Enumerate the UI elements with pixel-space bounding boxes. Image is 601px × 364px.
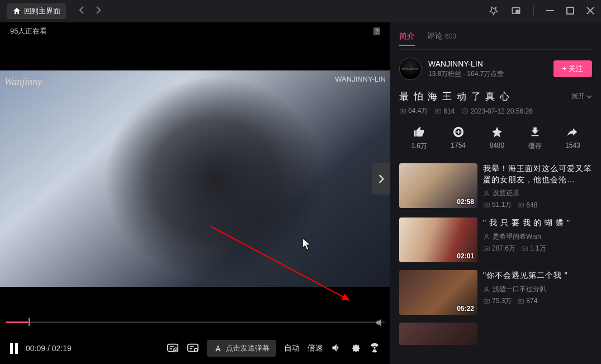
volume-icon[interactable] <box>331 342 342 355</box>
svg-rect-9 <box>436 109 441 113</box>
video-title: 最 怕 海 王 动 了 真 心 <box>399 90 510 103</box>
title-bar: 回到主界面 <box>0 0 601 22</box>
svg-rect-2 <box>546 10 554 11</box>
danmu-toggle-icon[interactable] <box>167 342 179 356</box>
sidebar-tabs: 简介 评论603 <box>399 31 592 50</box>
like-button[interactable]: 1.6万 <box>411 126 427 151</box>
cache-button[interactable]: 缓存 <box>528 126 542 151</box>
recommendation-item[interactable] <box>399 323 592 345</box>
time-display: 00:09 / 02:19 <box>26 344 72 353</box>
danmu-settings-icon[interactable] <box>187 342 199 356</box>
cursor-icon <box>302 238 313 250</box>
rec-uploader: 是希望的希Wish <box>483 232 592 242</box>
rec-stats: 51.1万 648 <box>483 200 592 210</box>
recommendation-item[interactable]: 02:58 我晕！海王面对这么可爱又笨蛋的女朋友，他也会沦… 设置还原 51.1… <box>399 163 592 210</box>
danmu-input[interactable]: 点击发送弹幕 <box>207 340 276 357</box>
svg-point-21 <box>485 287 488 289</box>
nav-back-button[interactable] <box>78 6 85 16</box>
svg-rect-17 <box>518 203 524 207</box>
uploader-stats: 13.8万粉丝 · 164.7万点赞 <box>428 69 547 79</box>
svg-point-7 <box>195 348 198 351</box>
uploader-name[interactable]: WANJINNY-LIN <box>428 59 547 68</box>
divider <box>533 6 534 16</box>
svg-point-18 <box>485 234 488 237</box>
rec-title: 我晕！海王面对这么可爱又笨蛋的女朋友，他也会沦… <box>483 163 592 185</box>
sidebar: 简介 评论603 WANJINNY WANJINNY-LIN 13.8万粉丝 ·… <box>390 22 601 364</box>
pin-icon[interactable] <box>489 6 499 17</box>
video-player: 95人正在看 ? Wanjinny WANJINNY-LIN <box>0 22 390 364</box>
next-video-button[interactable] <box>372 163 390 195</box>
maximize-button[interactable] <box>566 7 574 16</box>
rec-duration: 05:22 <box>457 305 474 313</box>
font-icon <box>214 344 223 353</box>
rec-title: "你不会遇见第二个我 " <box>483 270 592 281</box>
mini-player-icon[interactable] <box>511 6 521 17</box>
watermark-right: WANJINNY-LIN <box>335 75 386 83</box>
coin-button[interactable]: 1754 <box>451 126 466 151</box>
svg-rect-3 <box>567 7 574 14</box>
radiation-icon[interactable] <box>369 342 380 355</box>
tab-comments[interactable]: 评论603 <box>427 31 456 45</box>
rec-thumbnail: 02:58 <box>399 163 477 208</box>
video-meta: 64.4万 614 2023-07-12 20:56:26 <box>399 106 592 116</box>
back-to-main-button[interactable]: 回到主界面 <box>7 3 66 19</box>
feedback-icon[interactable]: ? <box>373 27 380 35</box>
quality-button[interactable]: 自动 <box>284 343 300 353</box>
share-button[interactable]: 1543 <box>565 126 580 151</box>
back-to-main-label: 回到主界面 <box>24 6 60 16</box>
recommendation-list: 02:58 我晕！海王面对这么可爱又笨蛋的女朋友，他也会沦… 设置还原 51.1… <box>399 163 592 345</box>
rec-uploader: 浅磕一口不过分叭 <box>483 285 592 294</box>
rec-stats: 287.6万 1.1万 <box>483 244 592 253</box>
viewers-count: 95人正在看 <box>10 26 47 36</box>
uploader-avatar[interactable]: WANJINNY <box>399 58 422 80</box>
rec-title: " 我 只 要 我 的 蝴 蝶 " <box>483 218 592 229</box>
rec-duration: 02:58 <box>457 198 474 206</box>
fav-button[interactable]: 8480 <box>489 126 504 151</box>
watermark-left: Wanjinny <box>4 76 42 88</box>
nav-forward-button[interactable] <box>95 6 102 16</box>
svg-rect-6 <box>188 344 198 351</box>
home-icon <box>12 7 21 16</box>
follow-button[interactable]: + 关注 <box>553 60 592 77</box>
rec-thumbnail: 02:01 <box>399 218 477 262</box>
minimize-button[interactable] <box>546 7 554 16</box>
volume-gain-icon[interactable] <box>376 318 385 327</box>
pause-button[interactable] <box>10 343 18 354</box>
rec-uploader: 设置还原 <box>483 188 592 198</box>
settings-icon[interactable] <box>350 342 361 355</box>
rec-thumbnail <box>399 323 477 345</box>
svg-rect-14 <box>456 131 460 133</box>
svg-rect-23 <box>518 299 524 303</box>
svg-rect-1 <box>516 10 519 13</box>
speed-button[interactable]: 倍速 <box>307 343 323 353</box>
close-button[interactable] <box>586 7 594 16</box>
svg-point-15 <box>485 191 488 193</box>
rec-duration: 02:01 <box>457 252 474 260</box>
recommendation-item[interactable]: 02:01 " 我 只 要 我 的 蝴 蝶 " 是希望的希Wish 287.6万… <box>399 218 592 262</box>
tab-intro[interactable]: 简介 <box>399 31 415 46</box>
player-controls: 00:09 / 02:19 点击发送弹幕 自动 倍速 <box>0 333 390 364</box>
expand-button[interactable]: 展开 <box>571 92 592 101</box>
progress-bar[interactable] <box>0 317 390 333</box>
rec-stats: 75.3万 874 <box>483 296 592 306</box>
rec-thumbnail: 05:22 <box>399 270 477 315</box>
recommendation-item[interactable]: 05:22 "你不会遇见第二个我 " 浅磕一口不过分叭 75.3万 874 <box>399 270 592 315</box>
video-frame[interactable]: Wanjinny WANJINNY-LIN <box>0 70 390 286</box>
danmu-placeholder: 点击发送弹幕 <box>226 343 269 353</box>
svg-rect-20 <box>522 247 528 250</box>
